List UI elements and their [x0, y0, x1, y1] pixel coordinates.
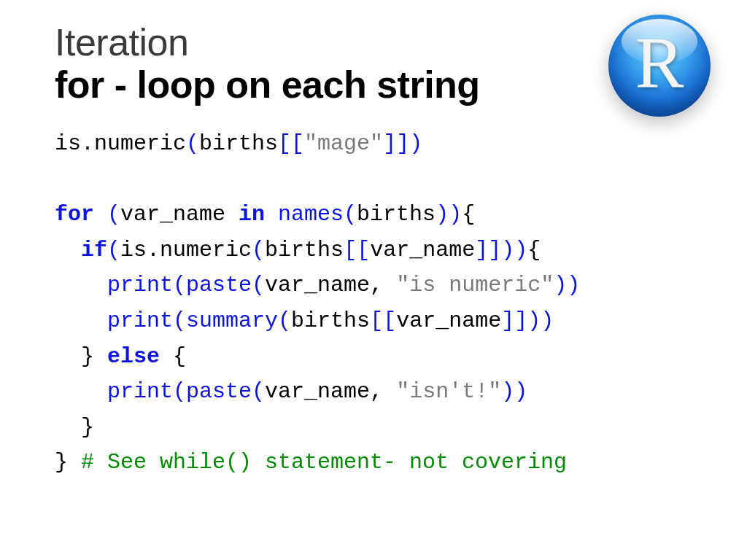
code-line-6: } else {: [55, 344, 186, 369]
title-line1: Iteration: [55, 22, 703, 63]
code-line-5: print(summary(births[[var_name]])): [55, 308, 554, 333]
code-block: is.numeric(births[["mage"]]) for (var_na…: [55, 126, 703, 481]
code-line-8: }: [55, 415, 94, 440]
code-line-1: is.numeric(births[["mage"]]): [55, 131, 422, 156]
code-line-3: if(is.numeric(births[[var_name]])){: [55, 238, 541, 262]
title-line2: for - loop on each string: [55, 63, 703, 107]
code-line-4: print(paste(var_name, "is numeric")): [55, 273, 580, 298]
r-logo: R: [608, 15, 718, 124]
code-line-2: for (var_name in names(births)){: [55, 202, 475, 227]
code-line-7: print(paste(var_name, "isn't!")): [55, 379, 527, 404]
title-block: Iteration for - loop on each string: [55, 22, 703, 107]
logo-sphere: R: [608, 15, 711, 117]
code-line-9: } # See while() statement- not covering: [55, 450, 567, 475]
logo-letter: R: [635, 20, 684, 104]
